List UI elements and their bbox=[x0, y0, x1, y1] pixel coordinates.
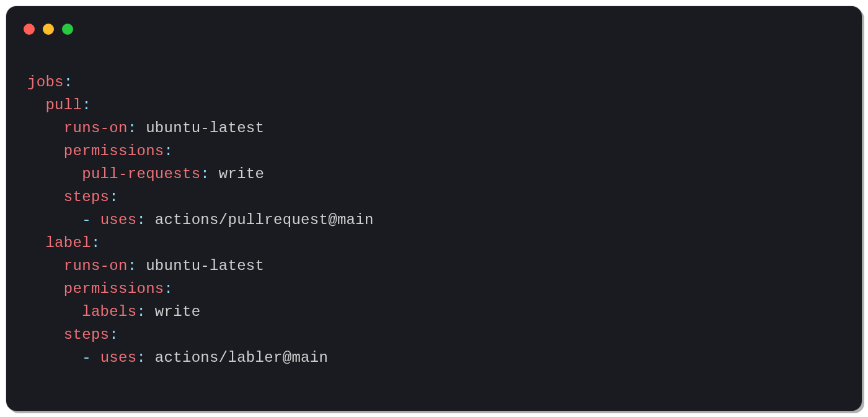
titlebar bbox=[6, 6, 862, 37]
terminal-window: jobs: pull: runs-on: ubuntu-latest permi… bbox=[6, 6, 862, 411]
code-block: jobs: pull: runs-on: ubuntu-latest permi… bbox=[6, 37, 862, 382]
minimize-icon[interactable] bbox=[43, 24, 54, 35]
close-icon[interactable] bbox=[24, 24, 35, 35]
maximize-icon[interactable] bbox=[62, 24, 73, 35]
